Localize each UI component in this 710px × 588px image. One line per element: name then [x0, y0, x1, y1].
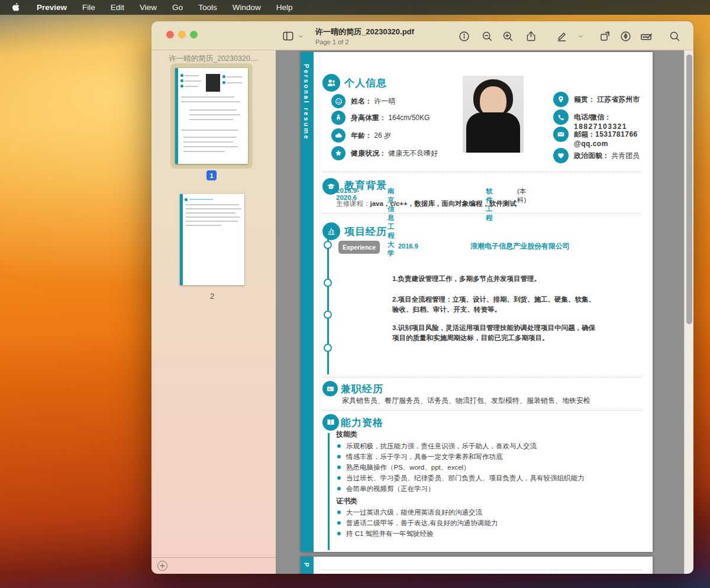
location-pin-icon: [553, 92, 569, 107]
menu-tools[interactable]: Tools: [191, 3, 225, 12]
ability-item: 普通话二级甲等，善于表达,有良好的沟通协调能力: [337, 519, 498, 528]
document-title-block: 许一晴的简历_20230320.pdf Page 1 of 2: [315, 27, 414, 46]
section-title-personal: 个人信息: [344, 76, 387, 90]
resume-side-label-page2: P: [303, 563, 310, 568]
menu-help[interactable]: Help: [269, 3, 301, 12]
timeline-dot: [324, 311, 332, 319]
chevron-down-icon[interactable]: [575, 28, 586, 44]
education-courses: 主修课程：java，c/c++，数据库，面向对象编程，软件测试: [336, 199, 517, 208]
zoom-window-button[interactable]: [190, 31, 198, 38]
ability-item: 会简单的视频剪（正在学习）: [337, 484, 435, 493]
window-toolbar: 许一晴的简历_20230320.pdf Page 1 of 2: [151, 21, 693, 50]
menu-window[interactable]: Window: [225, 3, 269, 12]
menu-file[interactable]: File: [75, 3, 103, 12]
field-label: 姓名：: [351, 97, 372, 105]
project-date: 2016.9: [398, 243, 418, 250]
separator: [322, 570, 641, 570]
ability-item: 乐观积极，抗压能力强，责任意识强，乐于助人，喜欢与人交流: [337, 442, 537, 451]
book-icon: [322, 414, 339, 431]
menu-go[interactable]: Go: [164, 3, 191, 12]
timeline-dot: [324, 241, 332, 249]
building-icon: [322, 222, 340, 240]
experience-badge: Experience: [338, 241, 380, 254]
project-item: 3.识别项目风险，灵活运用项目管理技能协调处理项目中问题，确保项目的质量和实施周…: [392, 323, 596, 343]
menu-edit[interactable]: Edit: [103, 3, 132, 12]
text-field-icon[interactable]: [638, 28, 654, 44]
sidebar-bottom-bar: [151, 557, 276, 574]
page-1-badge: 1: [206, 170, 217, 180]
sidebar-toggle-icon[interactable]: [280, 28, 296, 44]
document-title: 许一晴的简历_20230320.pdf: [315, 27, 414, 37]
menu-app-name[interactable]: Preview: [29, 3, 75, 12]
scrollbar-track[interactable]: [684, 50, 693, 574]
body-icon: [331, 111, 346, 125]
apple-menu-icon[interactable]: [12, 2, 21, 12]
preview-window: 许一晴的简历_20230320.pdf Page 1 of 2: [151, 21, 693, 574]
ability-item: 情感丰富，乐于学习，具备一定文学素养和写作功底: [337, 453, 503, 461]
timeline-dot: [324, 344, 332, 352]
close-button[interactable]: [166, 31, 174, 38]
mail-icon: [553, 127, 569, 142]
page-indicator: Page 1 of 2: [315, 38, 414, 46]
part-time-text: 家具销售员、餐厅服务员、话务员、物流打包、发型模特、服装销售、地铁安检: [342, 396, 590, 406]
page-2-label: 2: [180, 292, 244, 301]
timeline-line: [327, 235, 329, 374]
section-title-projects: 项目经历: [344, 225, 387, 238]
pdf-content-area[interactable]: Personal resume 个人信息 姓名： 许一晴 身高体重： 164cm…: [276, 50, 684, 574]
pdf-page-1: Personal resume 个人信息 姓名： 许一晴 身高体重： 164cm…: [301, 52, 653, 552]
project-item: 2.项目全流程管理：立项、设计、排期、到货、施工、硬集、软集、验收、归档、审计、…: [392, 295, 596, 315]
separator: [322, 172, 641, 172]
education-degree: (本科): [517, 187, 526, 205]
id-card-icon: [322, 381, 338, 396]
ability-item: 持 C1 驾照并有一年驾驶经验: [337, 529, 434, 538]
people-icon: [322, 74, 340, 92]
zoom-in-icon[interactable]: [499, 28, 516, 44]
rotate-icon[interactable]: [596, 28, 613, 44]
star-icon: [331, 146, 346, 160]
resume-side-label: Personal resume: [303, 64, 310, 141]
ability-item: 当过班长、学习委员、纪律委员、部门负责人、项目负责人，具有较强组织能力: [337, 474, 585, 483]
phone-icon: [553, 109, 569, 125]
markup-pencil-icon[interactable]: [553, 28, 570, 44]
abilities-group-heading: 证书类: [336, 496, 357, 506]
pen-nib-icon[interactable]: [617, 28, 634, 44]
abilities-line: [328, 433, 330, 550]
thumbnail-page-1[interactable]: [175, 68, 248, 164]
separator: [322, 377, 641, 377]
field-value: 许一晴: [374, 97, 395, 105]
thumbnail-sidebar: 许一晴的简历_20230320.... 1: [151, 50, 276, 574]
heart-icon: [553, 148, 569, 163]
search-icon[interactable]: [666, 28, 683, 44]
sidebar-filename: 许一晴的简历_20230320....: [151, 54, 276, 64]
thumbnail-page-2[interactable]: [180, 194, 244, 285]
chevron-down-icon[interactable]: [295, 28, 306, 44]
ability-item: 熟悉电脑操作（PS、word、ppt、excel）: [337, 463, 470, 472]
timeline-dot: [324, 279, 332, 287]
id-photo: [463, 76, 524, 153]
project-company: 浪潮电子信息产业股份有限公司: [470, 241, 570, 251]
share-icon[interactable]: [522, 28, 539, 44]
section-title-part-time: 兼职经历: [341, 382, 383, 396]
separator: [322, 410, 641, 411]
separator: [322, 213, 641, 214]
menu-view[interactable]: View: [132, 3, 164, 12]
zoom-out-icon[interactable]: [479, 28, 495, 44]
education-school: 南京信息工程大学: [388, 187, 395, 258]
abilities-group-heading: 技能类: [336, 429, 357, 440]
add-page-button[interactable]: [157, 561, 167, 571]
project-item: 1.负责建设管理工作，多期多节点并发项目管理。: [392, 274, 596, 284]
section-title-abilities: 能力资格: [341, 416, 383, 429]
ability-item: 大一过英语六级，能使用英语良好的沟通交流: [337, 508, 482, 517]
info-icon[interactable]: [456, 28, 472, 44]
scrollbar-thumb[interactable]: [686, 54, 692, 324]
pdf-page-2: P: [301, 557, 653, 574]
age-cloud-icon: [331, 128, 346, 143]
minimize-button[interactable]: [178, 31, 186, 38]
smiley-icon: [331, 94, 346, 108]
menu-bar: Preview File Edit View Go Tools Window H…: [0, 0, 710, 15]
